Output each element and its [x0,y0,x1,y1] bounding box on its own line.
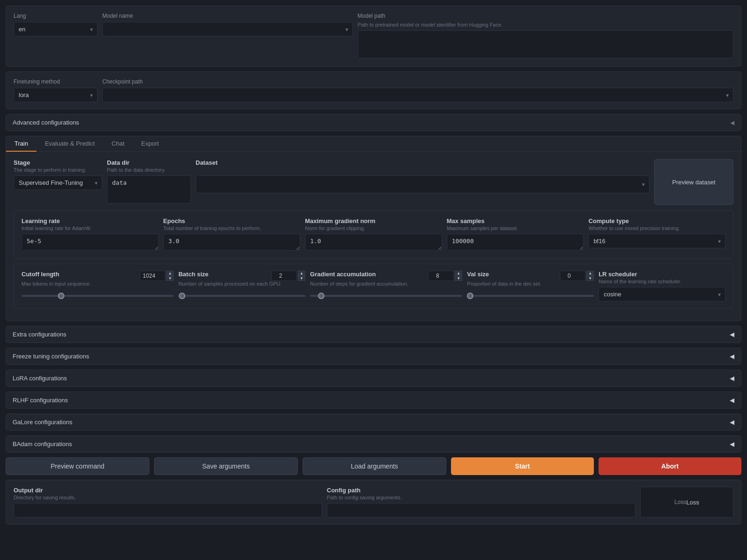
stage-label: Stage [14,159,102,166]
cutoff-length-sublabel: Max tokens in input sequence. [21,281,174,287]
abort-button[interactable]: Abort [599,457,741,475]
collapsible-2[interactable]: LoRA configurations◀ [6,370,741,387]
val-size-up[interactable]: ▲ [586,271,594,276]
finetuning-method-label: Finetuning method [14,78,98,85]
tab-train[interactable]: Train [6,136,36,152]
loss-text: Loss [686,499,699,506]
output-section: Output dir Directory for saving results.… [6,480,741,525]
learning-rate-sublabel: Initial learning rate for AdamW. [21,225,159,231]
collapsible-label-2: LoRA configurations [13,375,67,382]
stage-sublabel: The stage to perform in training. [14,167,102,173]
collapsible-arrow-4: ◀ [730,419,734,426]
preview-command-button[interactable]: Preview command [6,457,149,475]
finetuning-method-select[interactable]: lora full freeze [14,88,98,102]
lang-select[interactable]: en zh fr de [14,22,98,36]
collapsible-arrow-3: ◀ [730,397,734,404]
batch-size-down[interactable]: ▼ [298,276,305,281]
collapsible-label-1: Freeze tuning configurations [13,353,89,360]
max-samples-label: Max samples [447,217,584,224]
collapsible-label-3: RLHF configurations [13,397,68,404]
gradient-accum-up[interactable]: ▲ [455,271,462,276]
model-name-label: Model name [102,13,353,19]
learning-rate-label: Learning rate [21,217,159,224]
output-dir-input[interactable] [14,503,322,518]
collapsible-0[interactable]: Extra configurations◀ [6,326,741,343]
epochs-sublabel: Total number of training epochs to perfo… [163,225,301,231]
start-button[interactable]: Start [451,457,594,475]
cutoff-length-input[interactable] [140,271,165,281]
collapsible-4[interactable]: GaLore configurations◀ [6,413,741,431]
compute-type-label: Compute type [588,217,726,224]
advanced-configurations-header[interactable]: Advanced configurations ◀ [6,114,741,131]
collapsible-arrow-0: ◀ [730,331,734,338]
max-samples-sublabel: Maximum samples per dataset. [447,225,584,231]
load-arguments-button[interactable]: Load arguments [303,457,446,475]
cutoff-length-spinbox: ▲ ▼ [140,271,174,281]
data-dir-input[interactable]: data [107,175,191,203]
config-path-sublabel: Path to config saving arguments. [327,495,635,500]
val-size-slider[interactable] [467,295,594,297]
learning-rate-input[interactable]: 5e-5 [21,234,159,251]
batch-size-up[interactable]: ▲ [298,271,305,276]
gradient-accum-sublabel: Number of steps for gradient accumulatio… [310,281,462,287]
val-size-sublabel: Proportion of data in the dev set. [467,281,594,287]
config-path-input[interactable] [327,503,635,518]
max-gradient-norm-sublabel: Norm for gradient clipping. [305,225,442,231]
collapsible-arrow-2: ◀ [730,375,734,382]
tab-evaluate-predict[interactable]: Evaluate & Predict [36,136,103,152]
checkpoint-path-label: Checkpoint path [102,78,733,85]
cutoff-length-slider[interactable] [21,295,174,297]
cutoff-length-up[interactable]: ▲ [166,271,174,276]
advanced-configurations-label: Advanced configurations [13,119,79,126]
batch-size-slider[interactable] [178,295,305,297]
val-size-spinbox: ▲ ▼ [560,271,594,281]
collapsible-5[interactable]: BAdam configurations◀ [6,435,741,453]
collapsible-3[interactable]: RLHF configurations◀ [6,392,741,409]
config-path-label: Config path [327,487,635,494]
batch-size-sublabel: Number of samples processed on each GPU. [178,281,305,287]
checkpoint-path-select[interactable] [102,88,733,102]
advanced-configurations-arrow: ◀ [730,119,734,126]
model-name-select[interactable] [102,22,353,36]
output-dir-sublabel: Directory for saving results. [14,495,322,500]
stage-select[interactable]: Supervised Fine-Tuning Pre-Training RLHF [14,175,102,190]
gradient-accum-spinbox: ▲ ▼ [428,271,462,281]
gradient-accum-down[interactable]: ▼ [455,276,462,281]
max-samples-input[interactable]: 100000 [447,234,584,251]
action-buttons-row: Preview command Save arguments Load argu… [6,457,741,475]
save-arguments-button[interactable]: Save arguments [154,457,298,475]
collapsible-label-0: Extra configurations [13,331,66,338]
val-size-label: Val size [467,271,489,278]
lr-scheduler-sublabel: Name of the learning rate scheduler. [599,279,726,284]
collapsibles-container: Extra configurations◀Freeze tuning confi… [6,326,741,453]
data-dir-label: Data dir [107,159,191,166]
max-gradient-norm-label: Maximum gradient norm [305,217,442,224]
val-size-input[interactable] [560,271,585,281]
collapsible-1[interactable]: Freeze tuning configurations◀ [6,348,741,365]
dataset-select[interactable] [196,175,649,193]
gradient-accum-slider[interactable] [310,295,462,297]
val-size-down[interactable]: ▼ [586,276,594,281]
compute-type-select[interactable]: bf16 fp16 fp32 pure_bf16 [588,234,726,248]
compute-type-sublabel: Whether to use mixed precision training. [588,225,726,231]
lr-scheduler-select[interactable]: cosine linear constant polynomial [599,287,726,301]
tab-export[interactable]: Export [133,136,168,152]
dataset-label: Dataset [196,159,649,166]
batch-size-input[interactable] [271,271,297,281]
loss-panel: Loss Loss [640,487,733,518]
preview-dataset-button[interactable]: Preview dataset [654,159,733,205]
cutoff-length-label: Cutoff length [21,271,59,278]
gradient-accum-label: Gradient accumulation [310,271,376,278]
loss-label: Loss [675,499,686,505]
model-path-input[interactable] [358,30,733,58]
max-gradient-norm-input[interactable]: 1.0 [305,234,442,251]
tab-chat[interactable]: Chat [103,136,133,152]
data-dir-sublabel: Path to the data directory. [107,167,191,173]
batch-size-spinbox: ▲ ▼ [271,271,305,281]
lr-scheduler-label: LR scheduler [599,271,726,278]
gradient-accum-input[interactable] [428,271,454,281]
cutoff-length-down[interactable]: ▼ [166,276,174,281]
collapsible-arrow-5: ◀ [730,441,734,448]
epochs-label: Epochs [163,217,301,224]
epochs-input[interactable]: 3.0 [163,234,301,251]
